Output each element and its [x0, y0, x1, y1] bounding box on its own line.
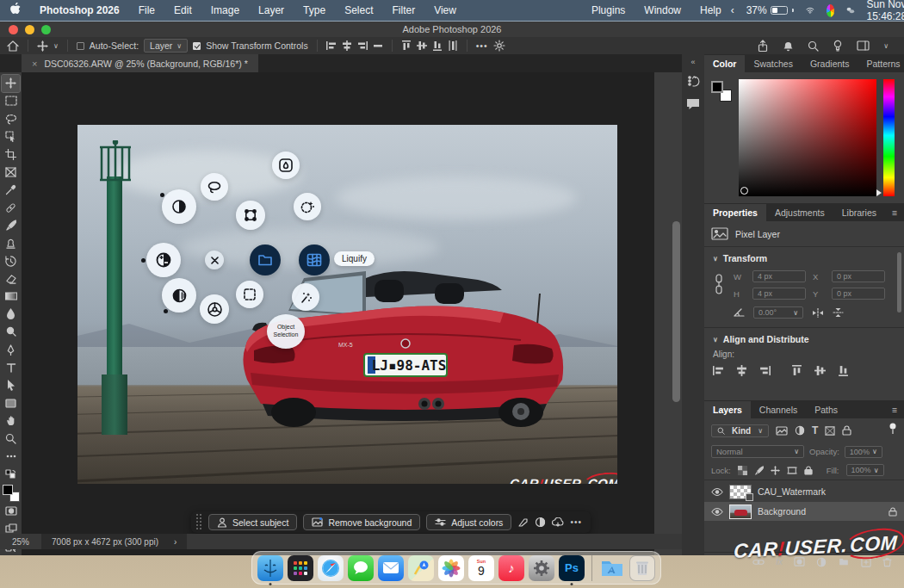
align-left-icon[interactable]	[326, 40, 337, 51]
tool-crop[interactable]	[2, 146, 20, 164]
dock-applications-folder[interactable]	[599, 555, 625, 581]
layer-thumbnail-watermark[interactable]	[729, 485, 752, 499]
layers-panel-menu-icon[interactable]: ≡	[892, 405, 904, 418]
zoom-level[interactable]: 25%	[0, 537, 41, 547]
lock-artboard-icon[interactable]	[787, 466, 797, 475]
tool-healing-brush[interactable]	[2, 199, 20, 216]
foreground-background-colors[interactable]	[3, 485, 20, 502]
layer-name[interactable]: Background	[758, 506, 806, 517]
properties-panel-menu-icon[interactable]: ≡	[892, 207, 904, 221]
menu-window[interactable]: Window	[635, 4, 690, 16]
menu-clock[interactable]: Sun Nov 9 15:46:28	[867, 0, 904, 22]
taskbar-more-icon[interactable]: •••	[570, 517, 582, 527]
lock-all-icon[interactable]	[804, 466, 813, 475]
align-bottom-edges-icon[interactable]	[838, 365, 849, 376]
align-v-centers-icon[interactable]	[814, 365, 826, 376]
taskbar-adjustment-icon[interactable]	[535, 517, 546, 528]
menu-help[interactable]: Help	[690, 4, 731, 16]
dock-music[interactable]: ♪	[498, 555, 524, 581]
dock-trash[interactable]	[629, 555, 655, 581]
color-cursor[interactable]	[740, 187, 748, 195]
tool-eraser[interactable]	[2, 270, 20, 288]
version-history-icon[interactable]	[682, 66, 704, 88]
tool-eyedropper[interactable]	[2, 182, 20, 199]
tool-move[interactable]	[2, 75, 20, 92]
y-field[interactable]: 0 px	[832, 288, 885, 300]
properties-scrollbar[interactable]	[897, 252, 901, 313]
dock-settings[interactable]	[529, 555, 554, 581]
tool-brush[interactable]	[2, 217, 20, 234]
x-field[interactable]: 0 px	[832, 270, 885, 282]
align-top-edges-icon[interactable]	[791, 365, 802, 376]
lock-transparency-icon[interactable]	[738, 466, 747, 475]
move-tool-icon[interactable]	[37, 40, 48, 52]
filter-adjustment-icon[interactable]	[795, 425, 805, 436]
layer-name[interactable]: CAU_Watermark	[758, 486, 826, 497]
screen-mirroring-icon[interactable]	[846, 5, 855, 15]
move-tool-dropdown[interactable]: ∨	[53, 42, 59, 50]
distribute-v-icon[interactable]	[448, 40, 458, 51]
tab-gradients[interactable]: Gradients	[802, 55, 858, 72]
select-subject-button[interactable]: Select subject	[208, 514, 297, 530]
align-middle-v-icon[interactable]	[417, 40, 427, 51]
rotation-field[interactable]: 0.00°∨	[753, 306, 803, 319]
document-dimensions[interactable]: 7008 px x 4672 px (300 ppi) ›	[41, 534, 187, 549]
canvas-scrollbar[interactable]	[672, 221, 680, 402]
transform-section-header[interactable]: ∨Transform	[704, 247, 904, 263]
saturation-brightness-field[interactable]	[739, 79, 876, 196]
tool-clone-stamp[interactable]	[2, 235, 20, 252]
align-section-header[interactable]: ∨Align and Distribute	[704, 328, 904, 344]
options-more-icon[interactable]: •••	[476, 40, 488, 51]
remove-background-button[interactable]: Remove background	[303, 514, 420, 530]
menu-file[interactable]: File	[129, 4, 164, 16]
dock-messages[interactable]	[348, 555, 374, 581]
tool-path-selection[interactable]	[2, 377, 20, 394]
menu-image[interactable]: Image	[201, 4, 249, 16]
new-group-icon[interactable]	[838, 557, 850, 566]
align-center-h-icon[interactable]	[342, 40, 352, 51]
tab-swatches[interactable]: Swatches	[745, 55, 802, 72]
apple-menu[interactable]	[0, 3, 30, 18]
dock-photos[interactable]	[438, 555, 464, 581]
wifi-icon[interactable]	[806, 5, 814, 15]
filter-toggle-pin[interactable]	[889, 423, 897, 438]
dock-finder[interactable]	[257, 555, 283, 581]
menu-type[interactable]: Type	[294, 4, 335, 16]
tab-libraries[interactable]: Libraries	[833, 204, 885, 221]
align-bottom-icon[interactable]	[432, 40, 443, 51]
dock-photoshop[interactable]: Ps	[559, 555, 585, 581]
lock-position-icon[interactable]	[771, 466, 780, 475]
color-profile-icon[interactable]	[827, 4, 834, 17]
workspace-dropdown-chevron[interactable]: ∨	[883, 42, 889, 50]
filter-shape-icon[interactable]	[825, 426, 835, 436]
dock-calendar[interactable]: Sun 9	[468, 555, 494, 581]
tool-hand[interactable]	[2, 412, 20, 430]
tab-paths[interactable]: Paths	[806, 401, 846, 418]
quick-mask-icon[interactable]	[2, 503, 20, 520]
collapse-panels-chevron[interactable]: «	[682, 54, 704, 66]
auto-select-checkbox[interactable]	[77, 42, 84, 50]
menu-plugins[interactable]: Plugins	[582, 4, 635, 16]
discover-lightbulb-icon[interactable]	[833, 40, 843, 52]
align-right-icon[interactable]	[357, 40, 368, 51]
dock-safari[interactable]	[318, 555, 344, 581]
flip-vertical-icon[interactable]	[833, 307, 844, 318]
menu-edit[interactable]: Edit	[164, 4, 201, 16]
link-dimensions-icon[interactable]	[715, 274, 723, 296]
tool-rectangular-marquee[interactable]	[2, 93, 20, 110]
filter-smart-object-icon[interactable]	[842, 425, 851, 436]
tool-pen[interactable]	[2, 341, 20, 358]
tool-lasso[interactable]	[2, 110, 20, 127]
tool-frame[interactable]	[2, 164, 20, 181]
align-h-centers-icon[interactable]	[736, 365, 747, 376]
home-icon[interactable]	[7, 40, 19, 52]
taskbar-drag-handle[interactable]	[196, 514, 202, 530]
menu-select[interactable]: Select	[335, 4, 382, 16]
menu-app-name[interactable]: Photoshop 2026	[30, 4, 129, 16]
menu-layer[interactable]: Layer	[249, 4, 294, 16]
tool-object-selection[interactable]	[2, 128, 20, 145]
sidebar-collapse-chevron[interactable]: ‹	[731, 4, 734, 16]
panel-fg-bg-colors[interactable]	[711, 81, 732, 102]
align-top-icon[interactable]	[401, 40, 412, 51]
workspace-switcher-icon[interactable]	[857, 40, 870, 51]
